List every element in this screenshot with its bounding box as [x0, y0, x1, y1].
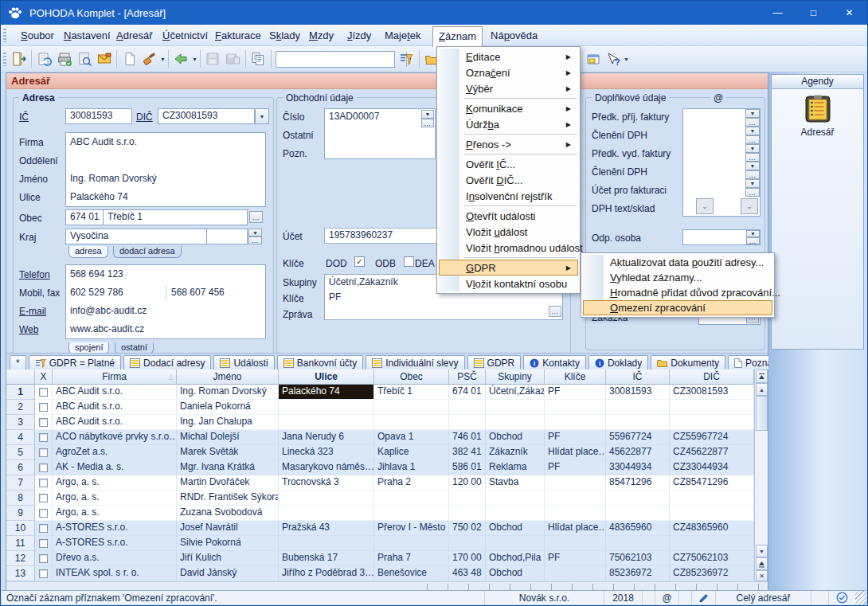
cell-psc[interactable] — [449, 491, 486, 506]
cell-jmeno[interactable]: Silvie Pokorná — [177, 536, 279, 551]
menu-item-hromadne-pridat-duvod-zpracovani[interactable]: Hromadně přidat důvod zpracování... — [583, 285, 772, 300]
tab-adresa[interactable]: adresa — [68, 246, 108, 258]
table-row[interactable]: 13INTEAK spol. s r. o.David JánskýJiřího… — [6, 566, 768, 581]
cell-jmeno[interactable]: Martin Dvořáček — [177, 475, 279, 491]
checkbox-unchecked-icon[interactable] — [39, 479, 48, 487]
checkbox-unchecked-icon[interactable] — [39, 463, 48, 472]
menubar-item-majetek[interactable]: Majetek — [379, 27, 427, 44]
cell-firma[interactable]: AgroZet a.s. — [53, 445, 177, 460]
close-button[interactable]: ✕ — [831, 1, 867, 25]
cell-dic[interactable]: CZ30081593 — [670, 385, 754, 400]
kraj-field[interactable]: Vysočina — [65, 229, 207, 244]
note-icon[interactable] — [583, 49, 603, 69]
dots-icon[interactable]: … — [745, 170, 760, 179]
cell-ulice[interactable]: Palackého 74 — [279, 385, 374, 400]
cell-obec[interactable]: Jihlava 1 — [374, 460, 449, 475]
status-year[interactable]: 2018 — [604, 591, 642, 604]
cell-klice[interactable]: PF — [545, 430, 606, 445]
save-icon[interactable] — [203, 49, 223, 69]
cell-ulice[interactable]: Masarykovo náměs… — [279, 460, 374, 475]
checkbox-unchecked-icon[interactable] — [39, 403, 48, 412]
row-checkbox-cell[interactable] — [35, 400, 53, 415]
cell-ulice[interactable] — [279, 491, 374, 506]
grid-tab-doklady[interactable]: iDoklady — [588, 355, 648, 369]
dph-sklad-dropdown-icon[interactable]: ⌄ — [741, 198, 758, 214]
cell-skupiny[interactable] — [486, 536, 545, 551]
grid-tab-individualni-slevy[interactable]: Individuální slevy — [366, 355, 464, 369]
email-value[interactable]: info@abc-audit.cz — [70, 305, 147, 316]
cell-ic[interactable] — [606, 491, 670, 506]
cell-klice[interactable]: Hlídat place… — [545, 445, 606, 460]
checkbox-unchecked-icon[interactable] — [39, 494, 48, 502]
row-checkbox-cell[interactable] — [35, 415, 53, 430]
dots-icon[interactable]: … — [745, 135, 760, 144]
column-header-ic[interactable]: IČ — [606, 369, 670, 385]
cell-psc[interactable] — [449, 400, 486, 415]
cell-psc[interactable] — [449, 415, 486, 430]
row-checkbox-cell[interactable] — [35, 566, 53, 581]
cell-ic[interactable] — [606, 506, 670, 521]
column-header-skupiny[interactable]: Skupiny — [486, 369, 545, 385]
cell-firma[interactable]: A-STORES s.r.o. — [53, 536, 177, 551]
menu-item-insolvencni-rejstrik[interactable]: Insolvenční rejstřík — [439, 188, 578, 204]
dropdown-icon[interactable]: ▼ — [745, 144, 760, 153]
dic-field[interactable]: CZ30081593 — [158, 108, 255, 124]
cell-obec[interactable]: Třebíč 1 — [374, 385, 449, 400]
checkbox-unchecked-icon[interactable] — [39, 388, 48, 397]
menu-item-vlozit-udalost[interactable]: Vložit událost — [439, 224, 578, 240]
cell-ulice[interactable]: Jiřího z Poděbrad 3… — [279, 566, 374, 581]
row-checkbox-cell[interactable] — [35, 536, 53, 551]
checkbox-unchecked-icon[interactable] — [39, 569, 48, 578]
menubar-item-jizdy[interactable]: Jízdy — [342, 27, 377, 44]
menu-item-prenos[interactable]: Přenos ->▶ — [439, 136, 578, 152]
cell-psc[interactable]: 120 00 — [449, 475, 486, 491]
cell-jmeno[interactable]: Zuzana Svobodová — [177, 506, 279, 521]
copy-icon[interactable] — [248, 49, 268, 69]
grid-tab-dodaci-adresy[interactable]: Dodací adresy — [123, 355, 211, 369]
menu-item-oznaceni[interactable]: Označení▶ — [439, 65, 578, 80]
cell-klice[interactable] — [545, 475, 606, 491]
row-checkbox-cell[interactable] — [35, 551, 53, 566]
cell-ic[interactable] — [606, 400, 670, 415]
cell-obec[interactable] — [374, 400, 449, 415]
cell-firma[interactable]: A-STORES s.r.o. — [53, 521, 177, 536]
cell-dic[interactable]: CZ45622877 — [670, 445, 754, 460]
cell-dic[interactable]: CZ85471296 — [670, 475, 754, 491]
cell-psc[interactable]: 463 48 — [449, 566, 486, 581]
cell-obec[interactable] — [374, 506, 449, 521]
web-value[interactable]: www.abc-audit.cz — [70, 323, 144, 334]
column-header-obec[interactable]: Obec — [374, 369, 449, 385]
cell-jmeno[interactable]: Mgr. Ivana Krátká — [177, 460, 279, 475]
skupiny-value[interactable]: Účetní,Zákazník — [329, 276, 398, 287]
table-row[interactable]: 10A-STORES s.r.o.Josef NavrátilPražská 4… — [6, 521, 768, 536]
cell-jmeno[interactable]: RNDr. František Sýkora — [177, 491, 279, 506]
grid-tab-item[interactable]: * — [10, 355, 26, 369]
cell-psc[interactable] — [449, 536, 486, 551]
column-header-dic[interactable]: DIČ — [670, 369, 754, 385]
fax-value[interactable]: 568 607 456 — [171, 287, 225, 298]
cell-klice[interactable] — [545, 400, 606, 415]
cell-obec[interactable]: Opava 1 — [374, 430, 449, 445]
odb-checkbox-icon[interactable] — [404, 256, 414, 267]
menu-item-omezeni-zpracovani[interactable]: Omezení zpracování — [583, 300, 772, 315]
grid-tab-gdpr-platne[interactable]: GDPR = Platné — [29, 355, 121, 369]
cell-jmeno[interactable]: Jiří Kulich — [177, 551, 279, 566]
print-icon[interactable] — [54, 49, 74, 69]
cell-dic[interactable] — [670, 536, 754, 551]
row-checkbox-cell[interactable] — [35, 460, 53, 475]
cell-ulice[interactable]: Linecká 323 — [279, 445, 374, 460]
cell-obec[interactable] — [374, 415, 449, 430]
print-preview-icon[interactable] — [74, 49, 94, 69]
grid-tab-gdpr[interactable]: GDPR — [467, 355, 522, 369]
cell-dic[interactable]: CZ48365960 — [670, 521, 754, 536]
column-header-klice[interactable]: Klíče — [545, 369, 606, 385]
dots-icon[interactable]: … — [745, 118, 760, 127]
web-label[interactable]: Web — [19, 324, 38, 335]
menu-item-gdpr[interactable]: GDPR▶ — [439, 260, 578, 276]
telefon-value[interactable]: 568 694 123 — [70, 268, 123, 280]
cell-firma[interactable]: Argo, a. s. — [53, 475, 177, 491]
cell-obec[interactable] — [374, 536, 449, 551]
odp-osoba-dots-icon[interactable]: … — [746, 237, 760, 244]
exit-agenda-icon[interactable] — [9, 49, 29, 69]
cell-klice[interactable] — [545, 566, 606, 581]
